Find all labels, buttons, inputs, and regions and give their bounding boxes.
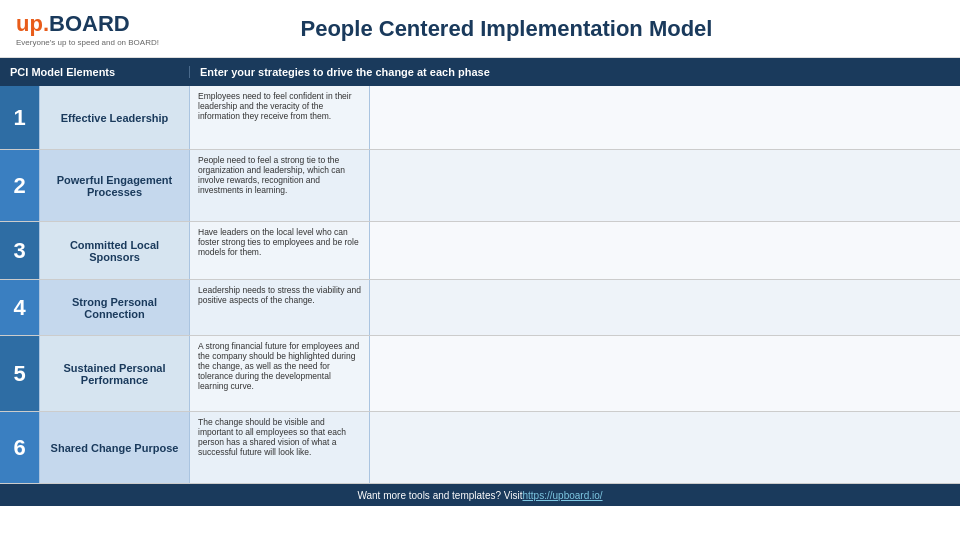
- logo-top: up. BOARD: [16, 11, 159, 37]
- table-row: 5 Sustained Personal Performance A stron…: [0, 336, 960, 412]
- row-strategies: [370, 222, 960, 279]
- table-row: 1 Effective Leadership Employees need to…: [0, 86, 960, 150]
- logo-tagline: Everyone's up to speed and on BOARD!: [16, 38, 159, 47]
- row-number: 5: [0, 336, 40, 411]
- row-number: 4: [0, 280, 40, 335]
- row-strategies: [370, 150, 960, 221]
- row-description: The change should be visible and importa…: [190, 412, 370, 483]
- row-label: Strong Personal Connection: [40, 280, 190, 335]
- footer-text: Want more tools and templates? Visit: [357, 490, 522, 501]
- logo-area: up. BOARD Everyone's up to speed and on …: [16, 11, 159, 47]
- row-strategies: [370, 412, 960, 483]
- header: up. BOARD Everyone's up to speed and on …: [0, 0, 960, 58]
- footer: Want more tools and templates? Visit htt…: [0, 484, 960, 506]
- table-row: 3 Committed Local Sponsors Have leaders …: [0, 222, 960, 280]
- row-strategies: [370, 86, 960, 149]
- row-label: Powerful Engagement Processes: [40, 150, 190, 221]
- row-description: A strong financial future for employees …: [190, 336, 370, 411]
- row-description: People need to feel a strong tie to the …: [190, 150, 370, 221]
- row-description: Employees need to feel confident in thei…: [190, 86, 370, 149]
- row-strategies: [370, 280, 960, 335]
- row-label: Effective Leadership: [40, 86, 190, 149]
- row-number: 6: [0, 412, 40, 483]
- row-description: Have leaders on the local level who can …: [190, 222, 370, 279]
- page-title: People Centered Implementation Model: [189, 16, 944, 42]
- logo-board: BOARD: [49, 11, 130, 37]
- table-header: PCI Model Elements Enter your strategies…: [0, 58, 960, 86]
- row-number: 3: [0, 222, 40, 279]
- row-number: 2: [0, 150, 40, 221]
- table-row: 2 Powerful Engagement Processes People n…: [0, 150, 960, 222]
- row-label: Committed Local Sponsors: [40, 222, 190, 279]
- table-body: 1 Effective Leadership Employees need to…: [0, 86, 960, 484]
- col2-header: Enter your strategies to drive the chang…: [190, 66, 960, 78]
- main-table: PCI Model Elements Enter your strategies…: [0, 58, 960, 484]
- table-row: 6 Shared Change Purpose The change shoul…: [0, 412, 960, 484]
- row-number: 1: [0, 86, 40, 149]
- footer-link[interactable]: https://upboard.io/: [523, 490, 603, 501]
- row-label: Sustained Personal Performance: [40, 336, 190, 411]
- row-description: Leadership needs to stress the viability…: [190, 280, 370, 335]
- logo-up: up.: [16, 11, 49, 37]
- row-strategies: [370, 336, 960, 411]
- col1-header: PCI Model Elements: [0, 66, 190, 78]
- table-row: 4 Strong Personal Connection Leadership …: [0, 280, 960, 336]
- row-label: Shared Change Purpose: [40, 412, 190, 483]
